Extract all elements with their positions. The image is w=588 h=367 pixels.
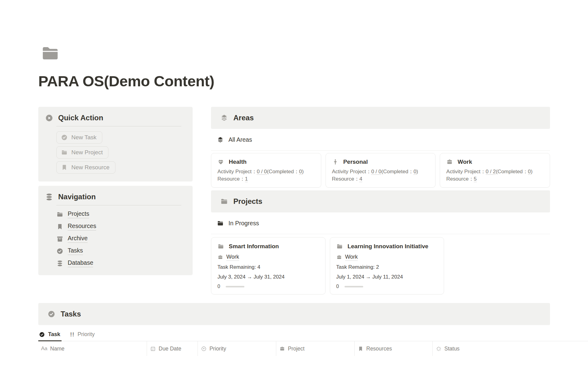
sidebar-item-projects: Projects [56, 210, 187, 218]
projects-section-bar[interactable]: Projects [211, 190, 550, 212]
area-card-title-row: Work [446, 159, 544, 165]
project-name: Smart Information [229, 243, 279, 250]
sidebar-item-database: Database [56, 259, 187, 267]
briefcase-icon [217, 254, 223, 260]
layers-icon [220, 114, 228, 122]
project-card-title-row: Smart Information [217, 243, 319, 250]
date-range-text: July 1, 2024 → July 11, 2024 [336, 274, 438, 280]
progress-value: 0 [336, 284, 339, 289]
area-card-health[interactable]: Health Activity Project：0 / 0(Completed：… [211, 153, 321, 188]
column-due-date-label: Due Date [159, 346, 181, 352]
column-status-label: Status [444, 346, 460, 352]
navigation-list: Projects Resources Archive Tasks [56, 210, 187, 267]
column-name-label: Name [50, 346, 65, 352]
tab-priority[interactable]: !! Priority [70, 331, 96, 341]
activity-count-link[interactable]: 0 / 0 [371, 169, 381, 175]
area-card-personal[interactable]: Personal Activity Project：0 / 0(Complete… [326, 153, 436, 188]
para-os-page: PARA OS(Demo Content) Quick Action New T… [0, 0, 588, 356]
resource-count-link[interactable]: 4 [359, 176, 362, 182]
completed-prefix: (Completed： [267, 169, 299, 174]
project-area-link[interactable]: Work [226, 254, 239, 261]
project-cards-row: Smart Information Work Task Remaining: 4… [211, 237, 550, 294]
resources-link[interactable]: Resources [68, 223, 96, 230]
tab-task[interactable]: Task [38, 331, 62, 341]
area-card-work[interactable]: Work Activity Project：0 / 2(Completed：0)… [440, 153, 550, 188]
resource-count-link[interactable]: 1 [245, 176, 248, 182]
new-project-label: New Project [71, 149, 103, 156]
column-header-resources[interactable]: Resources [355, 341, 433, 356]
completed-suffix: ) [531, 169, 533, 174]
empty-card-slot [448, 237, 550, 294]
database-icon [45, 193, 53, 201]
quick-action-title: Quick Action [58, 114, 103, 122]
completed-suffix: ) [417, 169, 418, 174]
progress-bar [226, 286, 244, 287]
project-card-learning-innovation-initiative[interactable]: Learning Innovation Initiative Work Task… [330, 237, 444, 294]
bookmark-icon [61, 164, 68, 171]
in-progress-view-tab[interactable]: In Progress [211, 212, 550, 234]
completed-count-link[interactable]: 0 [413, 169, 416, 175]
column-header-project[interactable]: Project [276, 341, 355, 356]
tasks-section-title: Tasks [61, 310, 81, 318]
database-link[interactable]: Database [68, 259, 93, 267]
folder-icon [217, 220, 224, 227]
column-project-label: Project [288, 346, 304, 352]
layers-icon [217, 136, 224, 143]
column-header-status[interactable]: Status [433, 341, 588, 356]
quick-action-buttons: New Task New Project New Resource [56, 131, 187, 174]
all-areas-view-tab[interactable]: All Areas [211, 129, 550, 151]
archive-link[interactable]: Archive [68, 235, 88, 243]
new-project-button[interactable]: New Project [56, 146, 108, 159]
tab-task-label: Task [48, 331, 60, 338]
folder-icon [217, 243, 224, 250]
status-spinner-icon [436, 346, 442, 352]
new-resource-button[interactable]: New Resource [56, 161, 115, 174]
project-name: Learning Innovation Initiative [348, 243, 428, 250]
area-name: Personal [343, 159, 368, 165]
sidebar-item-archive: Archive [56, 235, 187, 243]
project-area-link[interactable]: Work [345, 254, 358, 261]
tasks-section-bar[interactable]: Tasks [38, 303, 550, 325]
area-activity-line: Activity Project：0 / 0(Completed：0) [332, 168, 429, 175]
tasks-view-tabs: Task !! Priority [38, 331, 588, 341]
new-task-button[interactable]: New Task [56, 131, 102, 144]
area-name: Work [458, 159, 472, 165]
briefcase-icon [279, 346, 285, 352]
left-column: Quick Action New Task New Project New Re… [38, 107, 193, 294]
resource-prefix: Resource： [446, 176, 474, 182]
project-card-smart-information[interactable]: Smart Information Work Task Remaining: 4… [211, 237, 326, 294]
resource-count-link[interactable]: 5 [474, 176, 477, 182]
projects-section-title: Projects [233, 197, 262, 206]
area-cards-row: Health Activity Project：0 / 0(Completed：… [211, 153, 550, 188]
database-icon [56, 260, 63, 267]
check-circle-icon [39, 331, 45, 338]
projects-link[interactable]: Projects [68, 210, 89, 218]
column-header-due-date[interactable]: Due Date [147, 341, 198, 356]
tasks-link[interactable]: Tasks [68, 247, 83, 255]
completed-prefix: (Completed： [496, 169, 528, 174]
project-area-row: Work [336, 254, 438, 261]
play-circle-icon [45, 114, 53, 122]
resource-prefix: Resource： [332, 176, 360, 182]
navigation-card: Navigation Projects Resources Archive [38, 186, 193, 275]
calendar-icon [150, 346, 156, 352]
folder-icon[interactable] [38, 43, 62, 63]
completed-count-link[interactable]: 0 [528, 169, 531, 175]
activity-count-link[interactable]: 0 / 2 [486, 169, 496, 175]
briefcase-icon [336, 254, 342, 260]
navigation-title: Navigation [58, 193, 96, 201]
quick-action-card: Quick Action New Task New Project New Re… [38, 107, 193, 182]
activity-count-link[interactable]: 0 / 0 [257, 169, 267, 175]
completed-prefix: (Completed： [381, 169, 413, 174]
check-circle-icon [61, 134, 68, 141]
check-circle-icon [56, 248, 63, 255]
completed-count-link[interactable]: 0 [299, 169, 302, 175]
tab-priority-label: Priority [77, 331, 95, 338]
project-area-row: Work [217, 254, 319, 261]
double-exclamation-icon: !! [70, 331, 75, 337]
right-column: Areas All Areas Health Activity Project：… [211, 107, 550, 294]
main-columns: Quick Action New Task New Project New Re… [38, 107, 550, 294]
column-header-name[interactable]: Aa Name [38, 341, 147, 356]
column-header-priority[interactable]: Priority [198, 341, 276, 356]
areas-section-bar[interactable]: Areas [211, 107, 550, 129]
